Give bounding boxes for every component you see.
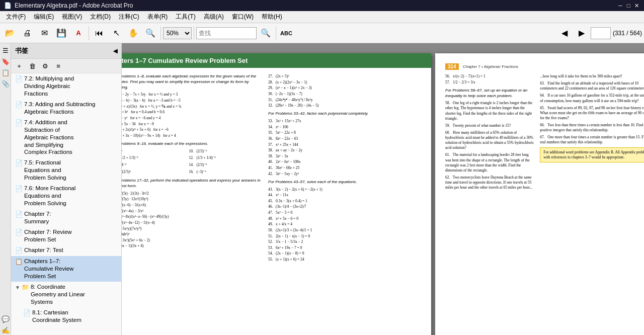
print-button[interactable]: 🖨	[19, 25, 35, 41]
bookmark-7-3[interactable]: 📄 7.3: Adding and Subtracting Algebraic …	[11, 99, 121, 117]
prob-16: 16. (−3)⁻³	[189, 170, 263, 175]
prob-59: 59. Twenty percent of what number is 15?	[445, 123, 535, 128]
page-number-input[interactable]: 313	[591, 27, 611, 39]
save-button[interactable]: 💾	[53, 25, 69, 41]
bookmark-7-5[interactable]: 📄 7.5: FractionalEquations andProblem So…	[11, 157, 121, 183]
menu-comment[interactable]: 注释(C)	[115, 11, 143, 23]
menu-advanced[interactable]: 高级(A)	[200, 11, 228, 23]
bookmark-icon[interactable]: 🔖	[1, 56, 11, 66]
menu-tools[interactable]: 工具(T)	[172, 11, 199, 23]
prob-51: 51. 2(x − 1) − x(x − 1) = 0	[268, 234, 419, 239]
prob-35: 35. 5z² − 22z + 8	[268, 130, 419, 135]
maximize-button[interactable]: □	[625, 2, 632, 9]
prob-46: 46. (3x−1)/4 − (3x+2)/7	[268, 204, 419, 209]
doc-icon-7-4: 📄	[15, 119, 23, 127]
section4-title: For Problems 33–42, factor each polynomi…	[268, 111, 419, 117]
nav-icon[interactable]: ☰	[1, 45, 11, 55]
doc-icon-ch7-test: 📄	[15, 247, 23, 255]
bookmark-7-2[interactable]: 📄 7.2: Multiplying andDividing Algebraic…	[11, 73, 121, 99]
right-two-col: 56. x/(x−2) − 7/(x+1) = 1 57. 1/2 − 2/3 …	[445, 74, 644, 192]
titlebar-controls: ─ □ ✕	[617, 2, 640, 9]
hand-tool[interactable]: ✋	[125, 25, 141, 41]
delete-bookmark-button[interactable]: 🗑	[26, 60, 38, 72]
bookmark-7-6[interactable]: 📄 7.6: More FractionalEquations andProbl…	[11, 183, 121, 209]
prob-50: 50. (2x+1)/3 + (3x−4)/1 = 1	[268, 228, 419, 233]
next-page-button[interactable]: ▶	[574, 25, 590, 41]
prob-65: 65. Swati had scores of 89, 92, 87, and …	[540, 106, 644, 121]
prob-66: 66. Two less than three times a certain …	[540, 123, 644, 133]
menu-document[interactable]: 文档(D)	[86, 11, 115, 23]
new-bookmark-button[interactable]: +	[13, 60, 25, 72]
acrobat-button[interactable]: A	[70, 25, 87, 41]
properties-button[interactable]: ⚙	[39, 60, 51, 72]
close-button[interactable]: ✕	[633, 2, 640, 9]
search-box	[196, 27, 257, 39]
expand-ch8[interactable]: ▼	[15, 284, 20, 291]
doc-icon-7-2: 📄	[15, 75, 23, 83]
right-breadcrumb: Chapter 7 • Algebraic Fractions	[463, 64, 518, 69]
layers-icon[interactable]: 📋	[1, 67, 11, 77]
prob-43: 43. 3(x − 2) − 2(x + 6) = −2(x + 1)	[268, 187, 419, 192]
doc-icon-7-5: 📄	[15, 159, 23, 168]
attach-icon[interactable]: 📎	[1, 78, 11, 89]
panel-header: 书签 ◀	[11, 43, 121, 59]
prob-38: 38. ax + ay − 2x − 2y	[268, 148, 419, 153]
menu-window[interactable]: 窗口(W)	[228, 11, 258, 23]
bookmark-tree: 📄 7.2: Multiplying andDividing Algebraic…	[11, 73, 121, 335]
search-button[interactable]: 🔍	[258, 25, 274, 41]
bookmark-ch7-review[interactable]: 📄 Chapter 7: ReviewProblem Set	[11, 227, 121, 245]
page-header: Chapters 1–7 Cumulative Review Problem S…	[122, 53, 431, 68]
page-header-title: Chapters 1–7 Cumulative Review Problem S…	[122, 57, 248, 64]
menu-form[interactable]: 表单(R)	[143, 11, 172, 23]
prob-24: 24. (9ab²)²	[122, 232, 262, 237]
search-input[interactable]	[196, 27, 257, 39]
sep1	[89, 26, 89, 40]
bookmark-ch7-test[interactable]: 📄 Chapter 7: Test	[11, 245, 121, 257]
menu-edit[interactable]: 编辑(E)	[30, 11, 58, 23]
menu-view[interactable]: 视图(V)	[58, 11, 86, 23]
minimize-button[interactable]: ─	[617, 2, 624, 9]
prob-1: 1. 3x − 2y − 7x + 5ry for x = ½ and y = …	[122, 92, 262, 97]
comment-icon[interactable]: 💬	[1, 314, 11, 324]
page-two-col: For Problems 1–8, evaluate each algebrai…	[122, 74, 419, 263]
prob-40: 40. 2z² − 6z² − 108x	[268, 159, 419, 164]
panel-title: 书签	[15, 46, 28, 55]
bookmark-panel: 书签 ◀ + 🗑 ⚙ ≡ 📄 7.2: Multiplying andDivid…	[11, 43, 122, 335]
prob-4: 4. ab + b² for a = 0.4 and b = 0.6	[122, 110, 262, 115]
doc-icon-7-3: 📄	[15, 101, 23, 109]
prob-25: 25. (−3x²)(5x² + 6x − 2)	[122, 238, 262, 243]
prev-page-button[interactable]: ◀	[556, 25, 573, 41]
bookmark-ch1-7-cumulative[interactable]: 📋 Chapters 1–7:Cumulative ReviewProblem …	[11, 256, 121, 282]
select-tool[interactable]: ↖	[108, 25, 124, 41]
prob-49: 49. x + 4/x = 4	[268, 222, 419, 227]
right-col-right: ...how long will it take for them to be …	[540, 74, 644, 192]
bookmark-ch8[interactable]: ▼ 📁 8: CoordinateGeometry and LinearSyst…	[11, 282, 121, 307]
bookmark-8-1[interactable]: 📄 8.1: CartesianCoordinate System	[19, 307, 121, 325]
left-icon-panel: ☰ 🔖 📋 📎 💬 ✍	[0, 43, 11, 335]
panel-collapse-button[interactable]: ◀	[113, 48, 117, 54]
prob-15: 15. 1/(2/5)²	[122, 170, 185, 175]
prob-39: 39. 3z² − 3x	[268, 154, 419, 159]
prob-5: 5. x² − y² for x = −6 and y = 4	[122, 116, 262, 121]
sign-icon[interactable]: ✍	[1, 325, 11, 335]
spell-check[interactable]: ABC	[278, 25, 294, 41]
menu-file[interactable]: 文件(F)	[2, 11, 30, 23]
zoom-in-button[interactable]: 🔍	[142, 25, 158, 41]
content-area[interactable]: Chapters 1–7 Cumulative Review Problem S…	[122, 43, 644, 335]
prob-7: 7. (z² + 2x)/(z² + 5x + 6) for z = −6	[122, 127, 262, 132]
open-button[interactable]: 📂	[2, 25, 18, 41]
prob-47: 47. 5x² − 5 = 0	[268, 210, 419, 215]
first-page-button[interactable]: ⏮	[91, 25, 107, 41]
prob-52: 52. 3/x − 1 − 5/3x − 2	[268, 239, 419, 244]
menu-help[interactable]: 帮助(H)	[258, 11, 286, 23]
email-button[interactable]: ✉	[36, 25, 52, 41]
expand-button[interactable]: ≡	[52, 60, 64, 72]
bookmark-7-4[interactable]: 📄 7.4: Addition andSubtraction ofAlgebra…	[11, 117, 121, 158]
prob-21: 21. (x²−8x)/(x²−x−56) · (x²−49)/(3y)	[122, 214, 262, 219]
prob-55: 55. (x + 1)(x + 6) = 24	[268, 257, 419, 262]
probs9-16: 9. 3⁻¹ 10. (2/3)⁻¹ 11. (1/2 + 1/3)⁻¹ 12.…	[122, 149, 262, 176]
bookmark-ch7-summary[interactable]: 📄 Chapter 7:Summary	[11, 209, 121, 227]
zoom-select[interactable]: 50% 75% 100% 150%	[163, 27, 192, 39]
left-pdf-page: Chapters 1–7 Cumulative Review Problem S…	[122, 53, 431, 335]
prob-18: 18. 4/(5y) · 12z²/(10y²)	[122, 197, 262, 202]
